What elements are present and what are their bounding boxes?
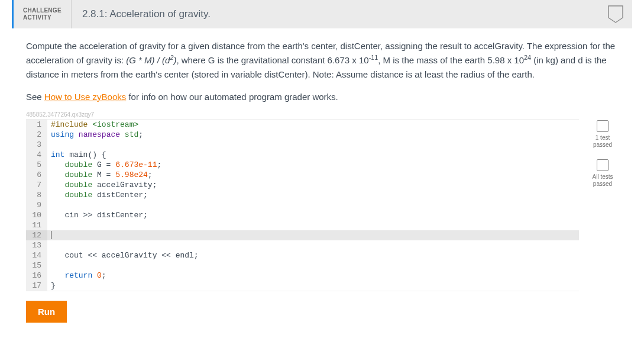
code-text[interactable]: double M = 5.98e24; [47, 170, 153, 180]
challenge-title: 2.8.1: Acceleration of gravity. [72, 0, 632, 28]
test-status-one: 1 test passed [593, 120, 612, 149]
code-line[interactable]: 5 double G = 6.673e-11; [26, 160, 579, 170]
line-number: 9 [26, 200, 47, 210]
code-text[interactable]: return 0; [47, 271, 106, 281]
code-line[interactable]: 13 [26, 240, 579, 250]
line-number: 11 [26, 220, 47, 230]
status-one-line1: 1 test [593, 134, 612, 141]
line-number: 17 [26, 281, 47, 291]
see-line: See How to Use zyBooks for info on how o… [26, 92, 618, 102]
code-line[interactable]: 17} [26, 281, 579, 291]
code-line[interactable]: 15 [26, 260, 579, 271]
code-text[interactable]: using namespace std; [47, 130, 143, 140]
line-number: 4 [26, 150, 47, 160]
line-number: 1 [26, 120, 47, 130]
line-number: 10 [26, 210, 47, 220]
line-number: 7 [26, 180, 47, 190]
line-number: 15 [26, 260, 47, 271]
challenge-header: CHALLENGE ACTIVITY 2.8.1: Acceleration o… [12, 0, 632, 28]
code-line[interactable]: 6 double M = 5.98e24; [26, 170, 579, 180]
code-line[interactable]: 4int main() { [26, 150, 579, 160]
code-text[interactable]: cout << accelGravity << endl; [47, 250, 199, 260]
completion-badge-icon [607, 5, 624, 24]
status-one-line2: passed [593, 141, 612, 149]
code-text[interactable] [47, 260, 51, 271]
code-text[interactable] [47, 230, 51, 240]
code-line[interactable]: 7 double accelGravity; [26, 180, 579, 190]
line-number: 6 [26, 170, 47, 180]
line-number: 16 [26, 271, 47, 281]
code-text[interactable] [47, 200, 51, 210]
line-number: 14 [26, 250, 47, 260]
challenge-label-line1: CHALLENGE [23, 7, 62, 14]
code-line[interactable]: 16 return 0; [26, 271, 579, 281]
line-number: 13 [26, 240, 47, 250]
code-line[interactable]: 8 double distCenter; [26, 190, 579, 200]
code-line[interactable]: 12 [26, 230, 579, 240]
challenge-label-line2: ACTIVITY [23, 14, 62, 21]
code-text[interactable]: double G = 6.673e-11; [47, 160, 161, 170]
status-all-line2: passed [592, 181, 613, 188]
code-line[interactable]: 10 cin >> distCenter; [26, 210, 579, 220]
code-text[interactable]: cin >> distCenter; [47, 210, 148, 220]
watermark-text: 485852.3477264.qx3zqy7 [26, 111, 618, 118]
code-text[interactable] [47, 220, 51, 230]
code-text[interactable]: double distCenter; [47, 190, 148, 200]
line-number: 2 [26, 130, 47, 140]
code-editor[interactable]: 1#include <iostream>2using namespace std… [26, 119, 579, 291]
line-number: 8 [26, 190, 47, 200]
code-line[interactable]: 9 [26, 200, 579, 210]
checkbox-icon [597, 120, 609, 132]
code-text[interactable] [47, 140, 51, 150]
status-all-line1: All tests [592, 173, 613, 181]
code-line[interactable]: 1#include <iostream> [26, 120, 579, 130]
line-number: 12 [26, 230, 47, 240]
code-text[interactable]: } [47, 281, 56, 291]
code-text[interactable]: int main() { [47, 150, 106, 160]
code-line[interactable]: 11 [26, 220, 579, 230]
code-line[interactable]: 2using namespace std; [26, 130, 579, 140]
test-status-all: All tests passed [592, 159, 613, 188]
run-button[interactable]: Run [26, 301, 67, 323]
how-to-use-link[interactable]: How to Use zyBooks [44, 92, 126, 102]
code-line[interactable]: 14 cout << accelGravity << endl; [26, 250, 579, 260]
line-number: 5 [26, 160, 47, 170]
instructions-text: Compute the acceleration of gravity for … [26, 39, 618, 81]
code-text[interactable]: double accelGravity; [47, 180, 157, 190]
see-suffix: for info on how our automated program gr… [126, 92, 338, 102]
checkbox-icon [597, 159, 609, 171]
see-prefix: See [26, 92, 44, 102]
code-text[interactable] [47, 240, 51, 250]
code-line[interactable]: 3 [26, 140, 579, 150]
code-text[interactable]: #include <iostream> [47, 120, 138, 130]
challenge-label: CHALLENGE ACTIVITY [14, 0, 72, 28]
line-number: 3 [26, 140, 47, 150]
test-status-panel: 1 test passed All tests passed [587, 119, 618, 188]
